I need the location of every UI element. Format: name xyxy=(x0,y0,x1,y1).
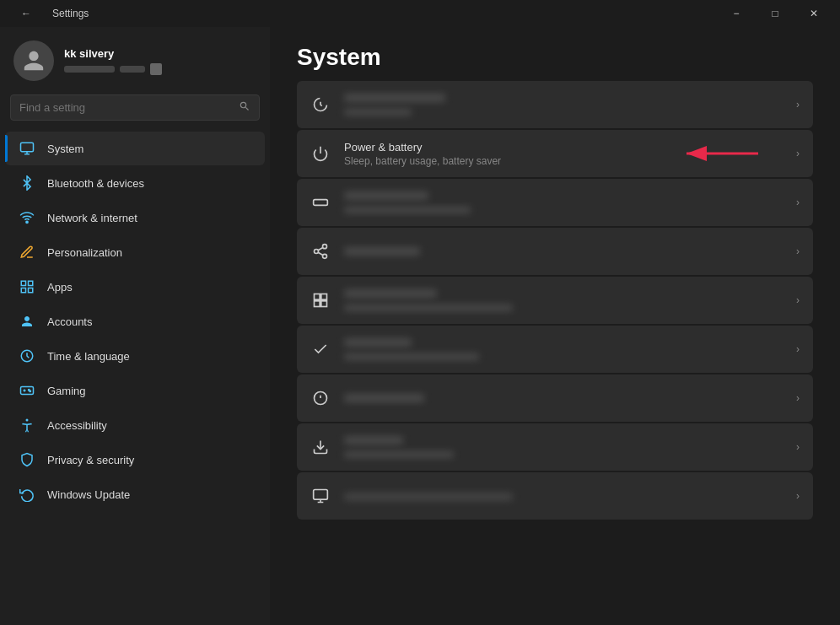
settings-label-display xyxy=(344,92,783,105)
chevron-icon-troubleshoot: › xyxy=(796,392,800,404)
troubleshoot-icon xyxy=(310,388,331,408)
chevron-icon-recovery: › xyxy=(796,441,800,453)
content-area: System › xyxy=(270,27,840,625)
arrow-annotation xyxy=(678,141,762,166)
settings-label-nearby xyxy=(344,245,783,258)
svg-rect-16 xyxy=(314,200,328,206)
settings-text-projecting xyxy=(344,490,783,503)
apps-icon xyxy=(19,278,35,295)
svg-rect-23 xyxy=(315,294,320,300)
settings-item-power[interactable]: Power & battery Sleep, battery usage, ba… xyxy=(297,130,813,177)
app-container: kk silvery Sy xyxy=(0,27,840,625)
sidebar-item-label-update: Windows Update xyxy=(47,488,130,501)
sidebar-item-label-gaming: Gaming xyxy=(47,385,86,397)
gaming-icon xyxy=(19,382,35,399)
minimize-button[interactable]: − xyxy=(717,0,756,27)
settings-sublabel-multitasking xyxy=(344,302,783,314)
personalization-icon xyxy=(19,244,35,261)
svg-rect-0 xyxy=(21,143,34,152)
time-icon xyxy=(19,348,35,364)
settings-item-nearby[interactable]: › xyxy=(297,228,813,275)
privacy-icon xyxy=(19,451,35,468)
sidebar-nav: System Bluetooth & devices Network & int… xyxy=(0,131,270,512)
sidebar: kk silvery Sy xyxy=(0,27,270,625)
titlebar-controls: − □ ✕ xyxy=(717,0,833,27)
update-icon xyxy=(19,486,35,503)
sidebar-item-label-time: Time & language xyxy=(47,350,130,363)
sidebar-item-label-bluetooth: Bluetooth & devices xyxy=(47,177,144,190)
sidebar-item-accessibility[interactable]: Accessibility xyxy=(5,408,265,442)
settings-label-troubleshoot xyxy=(344,392,783,405)
back-button[interactable]: ← xyxy=(7,0,46,27)
chevron-icon-display: › xyxy=(796,99,800,110)
chevron-icon-power: › xyxy=(796,148,800,159)
svg-point-3 xyxy=(26,221,28,223)
sidebar-item-privacy[interactable]: Privacy & security xyxy=(5,443,265,477)
settings-text-multitasking xyxy=(344,288,783,314)
svg-rect-24 xyxy=(321,294,327,300)
content-header: System xyxy=(270,27,840,81)
search-box[interactable] xyxy=(10,94,260,121)
settings-text-activation xyxy=(344,337,783,363)
settings-label-storage xyxy=(344,190,783,202)
settings-text-troubleshoot xyxy=(344,392,783,405)
sidebar-item-bluetooth[interactable]: Bluetooth & devices xyxy=(5,166,265,200)
nearby-icon xyxy=(310,241,331,261)
settings-item-projecting[interactable]: › xyxy=(297,472,813,520)
svg-point-12 xyxy=(26,419,29,422)
user-profile[interactable]: kk silvery xyxy=(0,27,270,91)
settings-item-storage[interactable]: › xyxy=(297,179,813,226)
sidebar-item-accounts[interactable]: Accounts xyxy=(5,304,265,338)
titlebar-left: ← Settings xyxy=(7,0,89,27)
settings-text-display xyxy=(344,92,783,118)
sidebar-item-label-personalization: Personalization xyxy=(47,246,122,259)
settings-item-troubleshoot[interactable]: › xyxy=(297,374,813,422)
sidebar-item-label-accounts: Accounts xyxy=(47,315,92,328)
search-input[interactable] xyxy=(19,101,232,114)
display-icon xyxy=(310,94,331,115)
chevron-icon-multitasking: › xyxy=(796,294,800,306)
titlebar-title: Settings xyxy=(52,8,89,19)
recovery-icon xyxy=(310,437,331,457)
settings-item-multitasking[interactable]: › xyxy=(297,277,813,324)
sidebar-item-time[interactable]: Time & language xyxy=(5,339,265,373)
svg-point-11 xyxy=(30,391,31,392)
network-icon xyxy=(19,209,35,226)
svg-point-20 xyxy=(323,254,327,258)
settings-item-display[interactable]: › xyxy=(297,81,813,128)
avatar xyxy=(13,40,54,81)
svg-point-19 xyxy=(315,250,319,254)
svg-line-22 xyxy=(318,247,323,250)
settings-text-nearby xyxy=(344,245,783,258)
svg-rect-7 xyxy=(29,288,33,293)
chevron-icon-nearby: › xyxy=(796,245,800,257)
sidebar-item-label-accessibility: Accessibility xyxy=(47,419,107,432)
user-info: kk silvery xyxy=(64,47,256,75)
settings-sublabel-recovery xyxy=(344,449,783,461)
storage-icon xyxy=(310,192,331,213)
sidebar-item-system[interactable]: System xyxy=(5,132,265,165)
bluetooth-icon xyxy=(19,175,35,191)
svg-line-21 xyxy=(318,252,323,255)
sidebar-item-gaming[interactable]: Gaming xyxy=(5,374,265,407)
chevron-icon-projecting: › xyxy=(796,490,800,502)
settings-sublabel-storage xyxy=(344,204,783,216)
restore-button[interactable]: □ xyxy=(756,0,794,27)
sidebar-item-label-network: Network & internet xyxy=(47,212,137,224)
sidebar-item-apps[interactable]: Apps xyxy=(5,270,265,304)
sidebar-item-update[interactable]: Windows Update xyxy=(5,477,265,511)
sidebar-item-personalization[interactable]: Personalization xyxy=(5,235,265,269)
sidebar-item-network[interactable]: Network & internet xyxy=(5,201,265,234)
settings-text-recovery xyxy=(344,434,783,461)
chevron-icon-storage: › xyxy=(796,197,800,208)
settings-item-recovery[interactable]: › xyxy=(297,423,813,471)
svg-rect-6 xyxy=(21,288,25,293)
search-icon xyxy=(239,100,250,115)
close-button[interactable]: ✕ xyxy=(794,0,833,27)
power-icon xyxy=(310,143,331,164)
multitasking-icon xyxy=(310,290,331,310)
svg-point-18 xyxy=(323,245,327,249)
settings-label-projecting xyxy=(344,490,783,503)
settings-item-activation[interactable]: › xyxy=(297,326,813,373)
svg-rect-31 xyxy=(314,490,328,500)
